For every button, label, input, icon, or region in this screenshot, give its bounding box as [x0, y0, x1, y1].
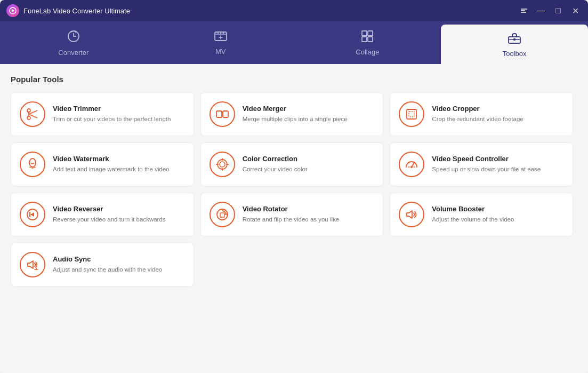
video-speed-controller-info: Video Speed Controller Speed up or slow …: [432, 155, 541, 173]
mv-label: MV: [215, 47, 226, 55]
video-reverser-icon: [20, 202, 45, 227]
color-correction-name: Color Correction: [243, 155, 308, 163]
tab-mv[interactable]: MV: [147, 21, 294, 64]
svg-rect-20: [223, 111, 228, 117]
app-title: FoneLab Video Converter Ultimate: [23, 7, 518, 15]
minimize-button[interactable]: —: [535, 4, 547, 17]
video-rotator-info: Video Rotator Rotate and flip the video …: [243, 205, 340, 224]
svg-rect-8: [362, 31, 367, 36]
converter-icon: [67, 29, 80, 46]
video-merger-desc: Merge multiple clips into a single piece: [243, 115, 348, 123]
volume-booster-desc: Adjust the volume of the video: [432, 215, 514, 224]
tool-card-color-correction[interactable]: Color Correction Correct your video colo…: [200, 142, 384, 186]
color-correction-info: Color Correction Correct your video colo…: [243, 155, 308, 173]
app-window: FoneLab Video Converter Ultimate — □ ✕: [0, 0, 588, 373]
audio-sync-name: Audio Sync: [53, 255, 162, 263]
toolbox-label: Toolbox: [503, 50, 527, 58]
tools-grid: Video Trimmer Trim or cut your videos to…: [11, 92, 573, 287]
close-button[interactable]: ✕: [569, 4, 582, 17]
color-correction-desc: Correct your video color: [243, 165, 308, 173]
svg-rect-2: [521, 9, 527, 10]
video-watermark-info: Video Watermark Add text and image water…: [53, 155, 170, 173]
svg-rect-23: [409, 112, 414, 117]
svg-rect-4: [521, 12, 526, 13]
mv-icon: [214, 30, 228, 45]
svg-point-32: [410, 166, 413, 168]
svg-marker-1: [12, 9, 14, 12]
tool-card-video-merger[interactable]: Video Merger Merge multiple clips into a…: [200, 92, 384, 136]
video-cropper-desc: Crop the redundant video footage: [432, 115, 523, 123]
svg-rect-13: [513, 38, 515, 41]
collage-label: Collage: [356, 48, 379, 56]
video-reverser-name: Video Reverser: [53, 205, 166, 213]
video-rotator-desc: Rotate and flip the video as you like: [243, 215, 340, 224]
svg-point-24: [29, 158, 36, 167]
window-controls: — □ ✕: [518, 4, 582, 17]
video-rotator-icon: [210, 202, 235, 227]
tool-card-volume-booster[interactable]: Volume Booster Adjust the volume of the …: [390, 193, 573, 236]
volume-booster-icon: [399, 202, 424, 227]
svg-rect-22: [407, 109, 416, 119]
svg-rect-40: [220, 213, 224, 217]
svg-point-14: [27, 109, 30, 112]
audio-sync-info: Audio Sync Adjust and sync the audio wit…: [53, 255, 162, 274]
video-reverser-desc: Reverse your video and turn it backwards: [53, 215, 166, 224]
audio-sync-icon: [20, 252, 45, 277]
svg-point-25: [218, 160, 227, 169]
video-cropper-info: Video Cropper Crop the redundant video f…: [432, 105, 523, 123]
svg-marker-42: [28, 261, 33, 268]
toolbox-icon: [508, 31, 521, 47]
video-watermark-desc: Add text and image watermark to the vide…: [53, 165, 170, 173]
video-rotator-name: Video Rotator: [243, 205, 340, 213]
volume-booster-name: Volume Booster: [432, 205, 514, 213]
color-correction-icon: [210, 152, 235, 177]
tool-card-video-rotator[interactable]: Video Rotator Rotate and flip the video …: [200, 193, 384, 236]
title-bar: FoneLab Video Converter Ultimate — □ ✕: [0, 0, 588, 21]
tab-converter[interactable]: Converter: [0, 21, 147, 64]
video-watermark-icon: [20, 152, 45, 177]
video-trimmer-icon: [20, 101, 45, 127]
video-cropper-name: Video Cropper: [432, 105, 523, 113]
video-trimmer-info: Video Trimmer Trim or cut your videos to…: [53, 105, 171, 123]
svg-rect-3: [521, 10, 525, 11]
svg-marker-41: [407, 211, 412, 218]
video-watermark-name: Video Watermark: [53, 155, 170, 163]
maximize-button[interactable]: □: [552, 4, 565, 17]
svg-rect-11: [368, 37, 373, 42]
svg-point-15: [27, 116, 30, 120]
video-speed-controller-desc: Speed up or slow down your file at ease: [432, 165, 541, 173]
video-trimmer-desc: Trim or cut your videos to the perfect l…: [53, 115, 171, 123]
collage-icon: [361, 30, 374, 46]
tools-container: Video Trimmer Trim or cut your videos to…: [11, 92, 577, 362]
converter-label: Converter: [58, 49, 88, 57]
svg-rect-10: [362, 37, 367, 42]
audio-sync-desc: Adjust and sync the audio with the video: [53, 265, 162, 274]
section-title: Popular Tools: [11, 75, 577, 84]
caption-button[interactable]: [518, 4, 530, 17]
svg-rect-9: [368, 31, 373, 36]
video-trimmer-name: Video Trimmer: [53, 105, 171, 113]
video-merger-icon: [210, 101, 235, 127]
video-merger-info: Video Merger Merge multiple clips into a…: [243, 105, 348, 123]
tab-toolbox[interactable]: Toolbox: [441, 25, 588, 64]
tool-card-audio-sync[interactable]: Audio Sync Adjust and sync the audio wit…: [11, 243, 194, 287]
app-logo: [6, 4, 19, 17]
tool-card-video-cropper[interactable]: Video Cropper Crop the redundant video f…: [390, 92, 573, 136]
volume-booster-info: Volume Booster Adjust the volume of the …: [432, 205, 514, 224]
svg-marker-36: [30, 212, 34, 217]
tool-card-video-reverser[interactable]: Video Reverser Reverse your video and tu…: [11, 193, 194, 236]
video-cropper-icon: [399, 101, 424, 127]
tool-card-video-trimmer[interactable]: Video Trimmer Trim or cut your videos to…: [11, 92, 194, 136]
svg-marker-39: [225, 213, 227, 215]
video-speed-controller-name: Video Speed Controller: [432, 155, 541, 163]
video-merger-name: Video Merger: [243, 105, 348, 113]
tool-card-video-watermark[interactable]: Video Watermark Add text and image water…: [11, 142, 194, 186]
main-content: Popular Tools Video Tr: [0, 64, 588, 373]
tool-card-video-speed-controller[interactable]: Video Speed Controller Speed up or slow …: [390, 142, 573, 186]
nav-tabs: Converter MV: [0, 21, 588, 64]
svg-point-26: [220, 162, 225, 167]
svg-rect-19: [216, 111, 222, 117]
tab-collage[interactable]: Collage: [294, 21, 441, 64]
video-speed-controller-icon: [399, 152, 424, 177]
video-reverser-info: Video Reverser Reverse your video and tu…: [53, 205, 166, 224]
